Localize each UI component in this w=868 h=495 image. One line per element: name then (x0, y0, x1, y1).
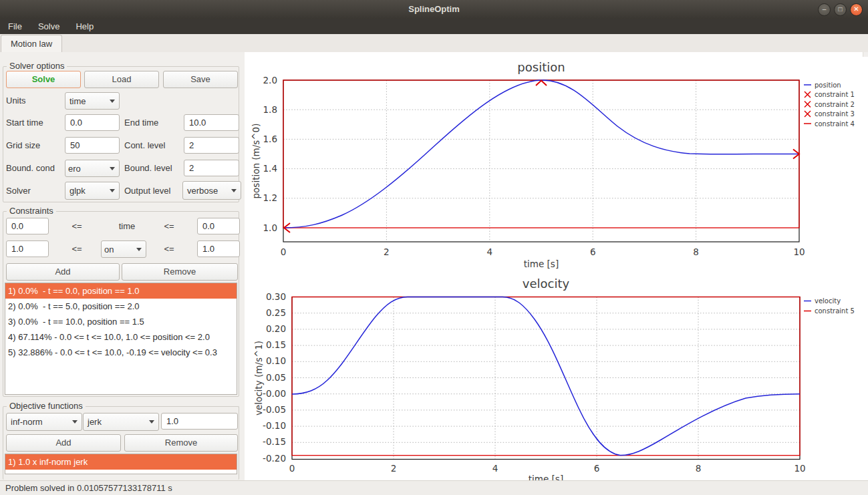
svg-text:8: 8 (696, 463, 702, 474)
svg-text:0.10: 0.10 (266, 355, 286, 366)
objective-norm-combo[interactable]: inf-norm (6, 413, 82, 431)
output-level-label: Output level (124, 186, 170, 196)
svg-text:1.8: 1.8 (263, 104, 277, 115)
svg-text:constraint 4: constraint 4 (815, 120, 855, 128)
svg-text:2: 2 (391, 463, 397, 474)
solver-label: Solver (6, 186, 31, 196)
svg-text:10: 10 (793, 246, 805, 257)
cont-level-field[interactable]: 2 (184, 137, 239, 154)
constraints-legend: Constraints (7, 206, 56, 216)
le-operator: <= (156, 244, 182, 254)
units-combo[interactable]: time (65, 92, 120, 110)
figure-background (245, 272, 868, 480)
tab-motion-law[interactable]: Motion law (1, 35, 62, 53)
titlebar[interactable]: SplineOptim – □ ✕ (0, 0, 868, 19)
svg-text:0: 0 (289, 463, 295, 474)
chevron-down-icon (110, 189, 115, 192)
svg-text:constraint 1: constraint 1 (815, 91, 855, 98)
objective-add-button[interactable]: Add (6, 434, 121, 452)
left-panel: Solver options Solve Load Save Units tim… (0, 52, 245, 480)
svg-text:0.30: 0.30 (266, 291, 286, 302)
svg-text:4: 4 (492, 463, 498, 474)
chevron-down-icon (231, 189, 237, 192)
chevron-down-icon (149, 420, 154, 424)
window-controls: – □ ✕ (818, 3, 863, 16)
list-item[interactable]: 4) 67.114% - 0.0 <= t <= 10.0, 1.0 <= po… (5, 329, 237, 345)
svg-text:1.2: 1.2 (263, 192, 277, 203)
svg-text:4: 4 (487, 246, 493, 257)
grid-size-field[interactable]: 50 (65, 137, 120, 154)
chevron-down-icon (110, 167, 115, 170)
menu-file[interactable]: File (0, 19, 30, 34)
constraint-remove-button[interactable]: Remove (122, 263, 238, 281)
constraint-signal-upper-field[interactable]: 1.0 (197, 240, 240, 257)
constraint-signal-lower-field[interactable]: 1.0 (6, 240, 49, 257)
list-item-partial[interactable]: 2) 1.0 x inf-norm jerk (5, 470, 237, 473)
solve-button[interactable]: Solve (6, 71, 81, 88)
constraint-time-upper-field[interactable]: 0.0 (197, 218, 240, 234)
bound-cond-combo[interactable]: ero (65, 160, 120, 177)
plot-title: velocity (523, 277, 570, 291)
chevron-down-icon (136, 248, 142, 251)
save-button[interactable]: Save (163, 71, 238, 88)
svg-text:-0.10: -0.10 (263, 420, 286, 431)
objectives-legend: Objective functions (7, 401, 86, 411)
constraint-variable-time: time (97, 221, 157, 231)
constraint-add-button[interactable]: Add (6, 263, 120, 281)
objectives-frame: Objective functions inf-norm jerk 1.0 Ad… (3, 406, 239, 480)
svg-text:constraint 3: constraint 3 (815, 110, 855, 118)
constraint-time-lower-field[interactable]: 0.0 (6, 218, 49, 234)
menu-solve[interactable]: Solve (30, 19, 68, 34)
objective-weight-field[interactable]: 1.0 (161, 413, 238, 430)
svg-text:8: 8 (693, 246, 699, 257)
y-axis-label: velocity (m/s^1) (253, 341, 264, 416)
svg-text:-0.00: -0.00 (263, 388, 286, 399)
bound-level-field[interactable]: 2 (184, 160, 239, 176)
svg-text:0: 0 (281, 246, 287, 257)
chevron-down-icon (72, 420, 78, 424)
menubar: File Solve Help (0, 19, 868, 34)
maximize-icon[interactable]: □ (834, 3, 847, 16)
minimize-icon[interactable]: – (818, 3, 831, 16)
objective-remove-button[interactable]: Remove (124, 434, 238, 452)
svg-text:velocity: velocity (815, 297, 841, 305)
svg-text:2.0: 2.0 (263, 75, 277, 86)
status-bar: Problem solved in 0.01057577133178711 s (0, 480, 868, 495)
list-item[interactable]: 1) 1.0 x inf-norm jerk (5, 454, 237, 470)
grid-size-label: Grid size (6, 140, 40, 150)
objective-signal-combo[interactable]: jerk (83, 413, 159, 431)
list-item[interactable]: 5) 32.886% - 0.0 <= t <= 10.0, -0.19 <= … (5, 345, 237, 360)
list-item[interactable]: 2) 0.0% - t == 5.0, position == 2.0 (5, 299, 237, 314)
start-time-field[interactable]: 0.0 (65, 114, 120, 131)
svg-text:constraint 5: constraint 5 (815, 307, 855, 315)
svg-text:1.0: 1.0 (263, 222, 277, 233)
cont-level-label: Cont. level (124, 140, 165, 150)
y-axis-label: position (m/s^0) (251, 124, 261, 199)
svg-text:constraint 2: constraint 2 (815, 101, 855, 108)
bound-cond-label: Bound. cond (6, 163, 55, 173)
end-time-field[interactable]: 10.0 (184, 114, 239, 131)
chevron-down-icon (110, 100, 115, 103)
position-plot: position 2.0 1.8 1.6 1.4 1.2 1.0 0 2 4 6… (245, 57, 868, 272)
output-level-combo[interactable]: verbose (182, 181, 241, 200)
close-icon[interactable]: ✕ (850, 3, 863, 16)
x-axis-label: time [s] (529, 474, 563, 480)
y-axis-ticks: 0.30 0.25 0.20 0.15 0.10 0.05 -0.00 -0.0… (263, 291, 286, 464)
constraint-signal-combo[interactable]: on (101, 240, 146, 258)
list-item[interactable]: 3) 0.0% - t == 10.0, position == 1.5 (5, 314, 237, 329)
menu-help[interactable]: Help (67, 19, 102, 34)
x-axis-label: time [s] (524, 259, 559, 269)
solver-combo[interactable]: glpk (65, 182, 120, 200)
constraints-frame: Constraints 0.0 <= time <= 0.0 1.0 <= on… (3, 211, 239, 397)
constraints-list: 1) 0.0% - t == 0.0, position == 1.0 2) 0… (5, 283, 237, 395)
tab-strip (0, 34, 868, 53)
units-label: Units (6, 96, 26, 106)
svg-text:0.15: 0.15 (266, 339, 286, 350)
start-time-label: Start time (6, 118, 43, 128)
list-item[interactable]: 1) 0.0% - t == 0.0, position == 1.0 (5, 283, 237, 299)
load-button[interactable]: Load (84, 71, 159, 88)
svg-text:1.6: 1.6 (263, 134, 277, 144)
svg-text:-0.20: -0.20 (263, 453, 286, 464)
svg-text:10: 10 (794, 463, 805, 474)
end-time-label: End time (124, 118, 158, 128)
